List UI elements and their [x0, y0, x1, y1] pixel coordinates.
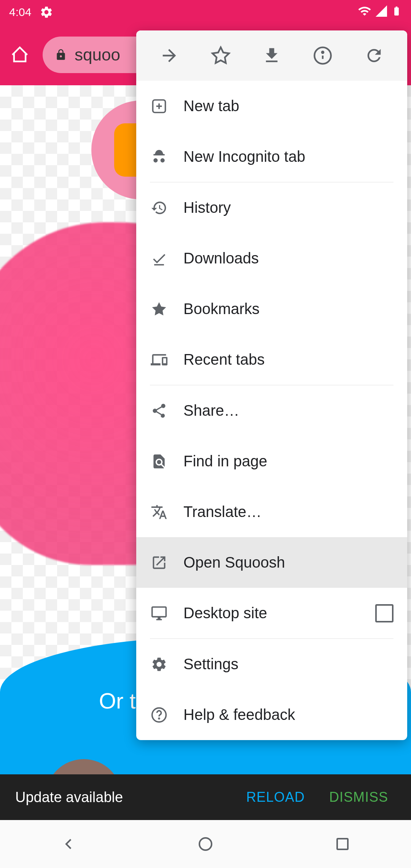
- menu-label: Bookmarks: [183, 300, 260, 318]
- reload-button[interactable]: [359, 40, 389, 71]
- page-text: Or t: [99, 688, 136, 713]
- snackbar-message: Update available: [15, 789, 229, 806]
- status-time: 4:04: [9, 6, 31, 19]
- menu-item-share[interactable]: Share…: [136, 385, 407, 436]
- desktop-site-checkbox[interactable]: [375, 604, 393, 622]
- menu-item-open-squoosh[interactable]: Open Squoosh: [136, 537, 407, 588]
- lock-icon: [55, 49, 67, 61]
- menu-label: New tab: [183, 97, 239, 115]
- home-button[interactable]: [6, 41, 33, 69]
- menu-item-bookmarks[interactable]: Bookmarks: [136, 284, 407, 334]
- settings-icon: [150, 655, 168, 673]
- menu-label: Open Squoosh: [183, 554, 285, 571]
- menu-label: Find in page: [183, 453, 267, 470]
- nav-recent-button[interactable]: [327, 829, 358, 859]
- wifi-icon: [358, 4, 371, 21]
- menu-top-actions: [136, 30, 407, 81]
- menu-label: Settings: [183, 656, 239, 673]
- incognito-icon: [150, 148, 168, 166]
- new-tab-icon: [150, 97, 168, 115]
- svg-point-8: [199, 838, 212, 850]
- menu-item-find-in-page[interactable]: Find in page: [136, 436, 407, 487]
- menu-label: New Incognito tab: [183, 148, 305, 165]
- downloads-icon: [150, 249, 168, 268]
- find-in-page-icon: [150, 452, 168, 471]
- menu-label: Downloads: [183, 250, 259, 267]
- open-app-icon: [150, 554, 168, 572]
- menu-item-translate[interactable]: Translate…: [136, 487, 407, 537]
- history-icon: [150, 199, 168, 217]
- android-status-bar: 4:04: [0, 0, 411, 24]
- android-nav-bar: [0, 820, 411, 868]
- svg-point-7: [159, 718, 159, 719]
- svg-rect-9: [337, 839, 348, 849]
- download-button[interactable]: [256, 40, 287, 71]
- recent-tabs-icon: [150, 351, 168, 369]
- menu-item-incognito[interactable]: New Incognito tab: [136, 131, 407, 182]
- battery-icon: [391, 3, 402, 21]
- menu-label: Recent tabs: [183, 351, 264, 368]
- menu-label: Help & feedback: [183, 706, 295, 723]
- help-icon: [150, 706, 168, 724]
- menu-item-history[interactable]: History: [136, 182, 407, 233]
- desktop-icon: [150, 604, 168, 622]
- menu-label: Translate…: [183, 503, 261, 520]
- menu-label: Share…: [183, 402, 239, 419]
- snackbar-reload-button[interactable]: RELOAD: [239, 785, 312, 810]
- snackbar: Update available RELOAD DISMISS: [0, 774, 411, 820]
- bookmarks-icon: [150, 300, 168, 318]
- browser-menu: New tab New Incognito tab History Downlo…: [136, 30, 407, 740]
- snackbar-dismiss-button[interactable]: DISMISS: [322, 785, 396, 810]
- menu-label: Desktop site: [183, 605, 267, 622]
- gear-icon: [39, 5, 54, 20]
- menu-item-settings[interactable]: Settings: [136, 639, 407, 689]
- menu-item-help[interactable]: Help & feedback: [136, 689, 407, 740]
- translate-icon: [150, 503, 168, 521]
- share-icon: [150, 402, 168, 420]
- info-button[interactable]: [307, 40, 338, 71]
- svg-point-2: [322, 51, 323, 53]
- menu-item-new-tab[interactable]: New tab: [136, 81, 407, 131]
- forward-button[interactable]: [154, 40, 185, 71]
- bookmark-button[interactable]: [206, 40, 236, 71]
- menu-label: History: [183, 199, 231, 216]
- menu-item-recent-tabs[interactable]: Recent tabs: [136, 334, 407, 385]
- url-text: squoo: [75, 45, 120, 64]
- nav-back-button[interactable]: [53, 829, 84, 859]
- signal-icon: [374, 4, 388, 21]
- menu-item-downloads[interactable]: Downloads: [136, 233, 407, 284]
- menu-item-desktop-site[interactable]: Desktop site: [136, 588, 407, 638]
- nav-home-button[interactable]: [190, 829, 221, 859]
